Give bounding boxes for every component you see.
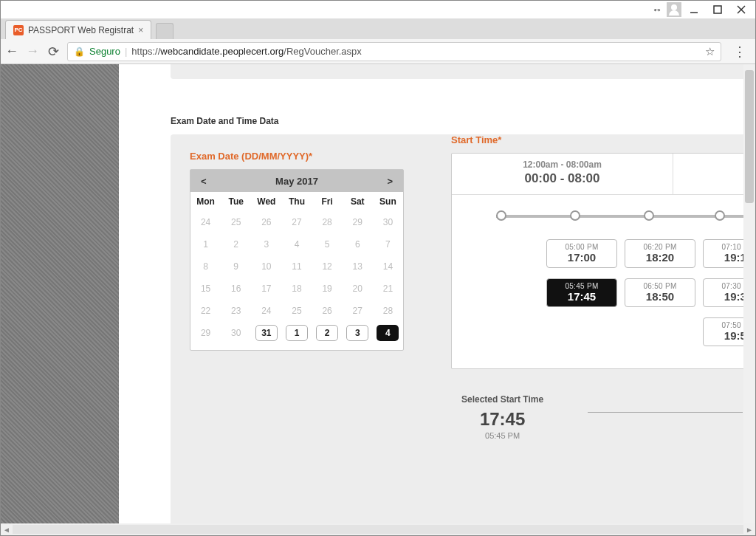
calendar-day[interactable]: 3 <box>343 322 373 344</box>
slider-node[interactable] <box>570 210 580 221</box>
calendar-day: 14 <box>373 255 403 278</box>
calendar-day: 9 <box>221 255 251 278</box>
forward-button: → <box>26 44 39 59</box>
calendar-day: 30 <box>221 322 251 344</box>
url-text: https://webcandidate.peoplecert.org/RegV… <box>131 46 362 57</box>
new-tab-button[interactable] <box>156 23 173 39</box>
calendar-day: 17 <box>251 278 281 300</box>
calendar-day[interactable]: 2 <box>312 322 343 344</box>
time-slot[interactable]: 05:00 PM17:00 <box>546 239 617 268</box>
calendar-day: 29 <box>343 211 373 233</box>
scroll-left-arrow[interactable]: ◄ <box>1 526 13 534</box>
bookmark-star-icon[interactable]: ☆ <box>705 45 715 58</box>
window-horizontal-scrollbar[interactable]: ◄ ► <box>1 523 755 535</box>
calendar-day: 6 <box>343 233 373 255</box>
calendar-dow: Mon <box>190 192 221 211</box>
calendar-day: 26 <box>251 211 281 233</box>
slider-node[interactable] <box>644 210 654 221</box>
calendar-day: 20 <box>343 278 373 300</box>
start-time-label: Start Time* <box>451 134 755 145</box>
calendar-dow: Sat <box>343 192 373 211</box>
chrome-profile-icon[interactable] <box>667 2 681 17</box>
calendar-day: 25 <box>221 211 251 233</box>
divider <box>588 412 743 413</box>
start-time-panel: 12:00am - 08:00am 00:00 - 08:00 08:0 08: <box>451 153 755 369</box>
selected-start-time-12h: 05:45 PM <box>461 431 543 440</box>
calendar-day: 24 <box>251 300 281 322</box>
calendar-day: 5 <box>312 233 343 255</box>
calendar-day: 3 <box>251 233 281 255</box>
calendar-day: 4 <box>281 233 312 255</box>
calendar-day[interactable]: 4 <box>373 322 403 344</box>
calendar-day: 22 <box>190 300 221 322</box>
time-slot[interactable]: 06:50 PM18:50 <box>625 278 695 307</box>
calendar-day[interactable]: 31 <box>251 322 281 344</box>
calendar-day: 2 <box>221 233 251 255</box>
calendar-day: 27 <box>343 300 373 322</box>
upper-card-edge <box>171 64 755 79</box>
time-slot[interactable]: 06:20 PM18:20 <box>625 239 695 268</box>
calendar-day: 8 <box>190 255 221 278</box>
scrollbar-thumb[interactable] <box>745 70 754 203</box>
lock-icon: 🔒 <box>74 47 85 57</box>
browser-menu-icon[interactable]: ⋮ <box>729 44 751 60</box>
time-slot[interactable]: 05:45 PM17:45 <box>546 278 617 307</box>
calendar-month-year: May 2017 <box>207 176 388 187</box>
page-content: Exam Date and Time Data Exam Date (DD/MM… <box>119 64 755 523</box>
calendar-dow: Sun <box>373 192 403 211</box>
browser-tab[interactable]: PC PASSPORT Web Registrat × <box>5 20 151 39</box>
section-heading: Exam Date and Time Data <box>171 116 279 126</box>
calendar-prev-button[interactable]: < <box>201 176 207 187</box>
slider-node[interactable] <box>715 210 725 221</box>
calendar-dow: Thu <box>281 192 312 211</box>
scroll-right-arrow[interactable]: ► <box>743 526 755 534</box>
window-maximize-button[interactable] <box>707 1 729 18</box>
calendar-day: 19 <box>312 278 343 300</box>
tab-favicon: PC <box>13 25 24 35</box>
calendar-dow: Wed <box>251 192 281 211</box>
calendar-day: 12 <box>312 255 343 278</box>
calendar-day: 21 <box>373 278 403 300</box>
calendar-day: 28 <box>312 211 343 233</box>
calendar-day: 1 <box>190 233 221 255</box>
svg-rect-1 <box>714 6 721 13</box>
calendar-day: 25 <box>281 300 312 322</box>
calendar-day: 15 <box>190 278 221 300</box>
calendar-day: 23 <box>221 300 251 322</box>
browser-toolbar: ← → ⟳ 🔒 Seguro | https://webcandidate.pe… <box>1 39 755 64</box>
calendar-day: 7 <box>373 233 403 255</box>
scrollbar-track[interactable] <box>13 525 743 534</box>
window-close-button[interactable] <box>730 1 752 18</box>
secure-label: Seguro <box>89 46 120 57</box>
calendar-day: 27 <box>281 211 312 233</box>
browser-tab-strip: PC PASSPORT Web Registrat × <box>1 18 755 39</box>
calendar-day: 28 <box>373 300 403 322</box>
exam-date-calendar: < May 2017 > MonTueWedThuFriSatSun242526… <box>190 169 404 351</box>
time-slider[interactable] <box>467 205 755 227</box>
calendar-dow: Tue <box>221 192 251 211</box>
page-background-stripes <box>1 64 119 523</box>
selected-start-time-value: 17:45 <box>461 409 543 430</box>
close-tab-icon[interactable]: × <box>138 25 143 35</box>
calendar-day: 11 <box>281 255 312 278</box>
calendar-day: 13 <box>343 255 373 278</box>
time-range-tab[interactable]: 12:00am - 08:00am 00:00 - 08:00 <box>452 154 673 194</box>
tab-title: PASSPORT Web Registrat <box>28 25 134 35</box>
calendar-day: 30 <box>373 211 403 233</box>
calendar-day: 29 <box>190 322 221 344</box>
back-button[interactable]: ← <box>5 44 18 59</box>
address-bar[interactable]: 🔒 Seguro | https://webcandidate.peoplece… <box>67 42 721 61</box>
calendar-day: 26 <box>312 300 343 322</box>
calendar-day: 10 <box>251 255 281 278</box>
resize-horizontal-icon: ↔ <box>652 4 662 16</box>
selected-start-time-label: Selected Start Time <box>461 394 543 405</box>
calendar-day[interactable]: 1 <box>281 322 312 344</box>
slider-node[interactable] <box>496 210 506 221</box>
calendar-day: 24 <box>190 211 221 233</box>
window-minimize-button[interactable] <box>683 1 705 18</box>
calendar-next-button[interactable]: > <box>387 176 393 187</box>
calendar-day: 16 <box>221 278 251 300</box>
calendar-day: 18 <box>281 278 312 300</box>
page-vertical-scrollbar[interactable] <box>743 64 755 523</box>
reload-button[interactable]: ⟳ <box>47 44 60 60</box>
